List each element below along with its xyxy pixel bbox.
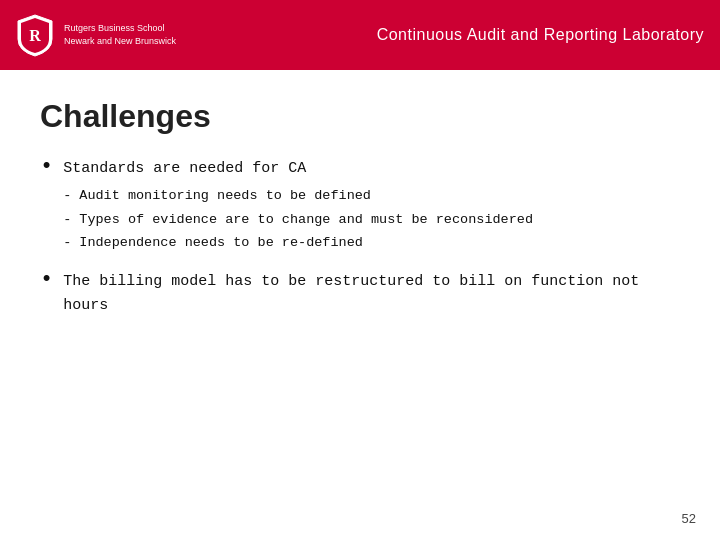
- sub-item-1-3: - Independence needs to be re-defined: [63, 232, 680, 254]
- page-number: 52: [682, 511, 696, 526]
- bullet-content-1: Standards are needed for CA - Audit moni…: [63, 157, 680, 256]
- sub-dash-1-2: -: [63, 209, 71, 231]
- header-bar: R Rutgers Business School Newark and New…: [0, 0, 720, 70]
- bullet-dot-2: •: [40, 267, 53, 292]
- sub-item-1-1: - Audit monitoring needs to be defined: [63, 185, 680, 207]
- logo-sub-text: Rutgers Business School Newark and New B…: [64, 22, 176, 47]
- bullet-item-2: • The billing model has to be restructur…: [40, 270, 680, 318]
- bullet-main-text-2: The billing model has to be restructured…: [63, 273, 639, 314]
- bullet-list: • Standards are needed for CA - Audit mo…: [40, 157, 680, 318]
- sub-text-1-3: Independence needs to be re-defined: [79, 232, 680, 254]
- logo-area: R Rutgers Business School Newark and New…: [16, 13, 176, 57]
- sub-dash-1-1: -: [63, 185, 71, 207]
- bullet-dot-1: •: [40, 154, 53, 179]
- slide-content: Challenges • Standards are needed for CA…: [0, 70, 720, 352]
- svg-text:R: R: [29, 27, 41, 44]
- bullet-item-1: • Standards are needed for CA - Audit mo…: [40, 157, 680, 256]
- sub-item-1-2: - Types of evidence are to change and mu…: [63, 209, 680, 231]
- bullet-content-2: The billing model has to be restructured…: [63, 270, 680, 318]
- slide-title: Challenges: [40, 98, 680, 135]
- slide: R Rutgers Business School Newark and New…: [0, 0, 720, 540]
- sub-text-1-1: Audit monitoring needs to be defined: [79, 185, 680, 207]
- sub-dash-1-3: -: [63, 232, 71, 254]
- sub-text-1-2: Types of evidence are to change and must…: [79, 209, 680, 231]
- rutgers-shield-icon: R: [16, 13, 54, 57]
- sub-list-1: - Audit monitoring needs to be defined -…: [63, 185, 680, 254]
- bullet-main-text-1: Standards are needed for CA: [63, 160, 306, 177]
- header-title: Continuous Audit and Reporting Laborator…: [377, 26, 704, 44]
